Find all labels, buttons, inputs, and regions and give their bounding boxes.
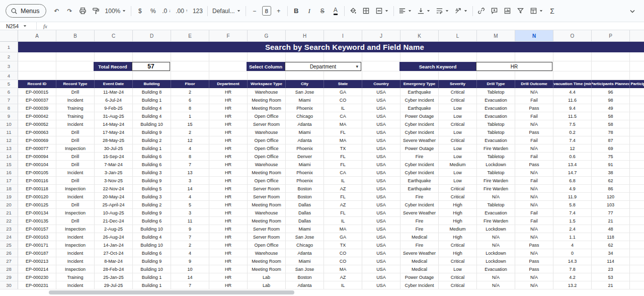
row-header-19[interactable]: 19 <box>0 193 18 201</box>
table-cell[interactable]: Server Room <box>248 225 286 233</box>
table-cell[interactable]: 21 <box>592 217 630 225</box>
decrease-font-size-button[interactable]: − <box>249 5 261 18</box>
table-cell[interactable]: High <box>439 209 477 217</box>
table-cell[interactable]: Incident <box>56 169 95 177</box>
table-cell[interactable] <box>630 153 644 161</box>
empty-cell[interactable] <box>553 52 592 61</box>
table-cell[interactable]: Drill <box>56 201 95 209</box>
table-cell[interactable]: Low <box>439 144 477 153</box>
table-cell[interactable]: Fire <box>400 225 439 233</box>
table-cell[interactable]: EP-000135 <box>18 217 56 225</box>
column-header-G[interactable]: G <box>248 30 286 41</box>
table-cell[interactable]: 96 <box>592 88 630 96</box>
empty-cell[interactable] <box>324 71 362 80</box>
table-cell[interactable]: Drill <box>56 88 95 96</box>
table-cell[interactable]: 22-Nov-24 <box>95 185 133 193</box>
row-header-11[interactable]: 11 <box>0 128 18 136</box>
table-cell[interactable]: Warehouse <box>248 128 286 136</box>
table-cell[interactable]: Critical <box>439 136 477 144</box>
table-cell[interactable]: AZ <box>324 201 362 209</box>
table-cell[interactable] <box>630 257 644 265</box>
table-cell[interactable]: Building 6 <box>133 249 171 257</box>
table-cell[interactable]: Lockdown <box>477 161 515 169</box>
table-cell[interactable]: HR <box>209 217 248 225</box>
empty-cell[interactable] <box>630 61 644 71</box>
table-cell[interactable]: FL <box>324 161 362 169</box>
table-cell[interactable]: EP-000063 <box>18 128 56 136</box>
table-cell[interactable]: Earthquake <box>400 185 439 193</box>
table-cell[interactable]: 9.4 <box>553 104 592 112</box>
table-cell[interactable]: Fire <box>400 241 439 249</box>
formula-input[interactable] <box>54 22 644 30</box>
table-cell[interactable] <box>630 96 644 104</box>
table-cell[interactable]: San Jose <box>286 233 324 241</box>
table-cell[interactable] <box>630 209 644 217</box>
table-cell[interactable]: Pass <box>515 241 553 249</box>
row-header-8[interactable]: 8 <box>0 104 18 112</box>
table-cell[interactable]: 6 <box>171 96 209 104</box>
table-cell[interactable]: N/A <box>477 281 515 289</box>
select-column-label[interactable]: Select Column <box>247 62 285 71</box>
table-cell[interactable]: CO <box>324 257 362 265</box>
table-cell[interactable]: 28-Feb-24 <box>95 265 133 273</box>
table-cell[interactable]: Server Room <box>248 193 286 201</box>
table-cell[interactable]: Drill <box>56 161 95 169</box>
table-cell[interactable]: Medium <box>439 161 477 169</box>
table-cell[interactable]: Fire Warden <box>477 185 515 193</box>
table-cell[interactable]: 5.8 <box>553 201 592 209</box>
table-cell[interactable]: Dallas <box>286 201 324 209</box>
table-cell[interactable]: USA <box>362 193 400 201</box>
table-cell[interactable]: HR <box>209 249 248 257</box>
table-cell[interactable]: Miami <box>286 128 324 136</box>
table-cell[interactable]: HR <box>209 193 248 201</box>
row-header-14[interactable]: 14 <box>0 153 18 161</box>
table-cell[interactable]: TX <box>324 144 362 153</box>
table-cell[interactable]: 25-Jan-25 <box>95 273 133 281</box>
table-cell[interactable]: USA <box>362 96 400 104</box>
table-cell[interactable]: Miami <box>286 161 324 169</box>
table-cell[interactable] <box>630 112 644 120</box>
empty-cell[interactable] <box>56 61 95 71</box>
table-cell[interactable]: 28-May-25 <box>95 136 133 144</box>
more-formats-button[interactable]: 123 <box>191 5 205 18</box>
table-cell[interactable]: Lockdown <box>477 257 515 265</box>
table-cell[interactable]: Building 9 <box>133 257 171 265</box>
table-cell[interactable]: N/A <box>515 193 553 201</box>
column-header-N[interactable]: N <box>515 30 553 41</box>
table-cell[interactable]: Open Office <box>248 153 286 161</box>
row-header-5[interactable]: 5 <box>0 80 18 88</box>
table-cell[interactable]: 4 <box>171 144 209 153</box>
table-cell[interactable]: 11-Mar-24 <box>95 88 133 96</box>
table-cell[interactable]: MA <box>324 225 362 233</box>
table-cell[interactable] <box>630 128 644 136</box>
empty-cell[interactable] <box>477 71 515 80</box>
table-cell[interactable]: N/A <box>515 225 553 233</box>
table-cell[interactable]: Building 4 <box>133 233 171 241</box>
table-cell[interactable]: Low <box>439 177 477 185</box>
table-cell[interactable]: 9-Feb-25 <box>95 104 133 112</box>
table-cell[interactable]: 91 <box>592 161 630 169</box>
table-cell[interactable]: 15 <box>171 120 209 128</box>
row-header-2[interactable]: 2 <box>0 52 18 61</box>
table-cell[interactable]: Pass <box>515 257 553 265</box>
table-cell[interactable]: 10-Aug-25 <box>95 209 133 217</box>
fill-color-button[interactable] <box>347 5 359 18</box>
table-cell[interactable]: EP-000125 <box>18 201 56 209</box>
table-cell[interactable]: FL <box>324 153 362 161</box>
empty-cell[interactable] <box>362 71 400 80</box>
table-cell[interactable]: Incident <box>56 257 95 265</box>
row-header-15[interactable]: 15 <box>0 161 18 169</box>
table-cell[interactable]: IL <box>324 104 362 112</box>
table-cell[interactable]: 49 <box>592 104 630 112</box>
table-cell[interactable]: Lockdown <box>477 249 515 257</box>
italic-button[interactable]: I <box>303 5 315 18</box>
table-cell[interactable]: 75 <box>592 153 630 161</box>
table-cell[interactable]: 7.8 <box>553 265 592 273</box>
table-cell[interactable]: EP-000230 <box>18 273 56 281</box>
table-cell[interactable]: 23 <box>592 265 630 273</box>
table-cell[interactable]: EP-000077 <box>18 144 56 153</box>
table-cell[interactable]: HR <box>209 225 248 233</box>
table-cell[interactable]: HR <box>209 201 248 209</box>
increase-font-size-button[interactable]: + <box>273 5 285 18</box>
table-cell[interactable]: Phoenix <box>286 104 324 112</box>
